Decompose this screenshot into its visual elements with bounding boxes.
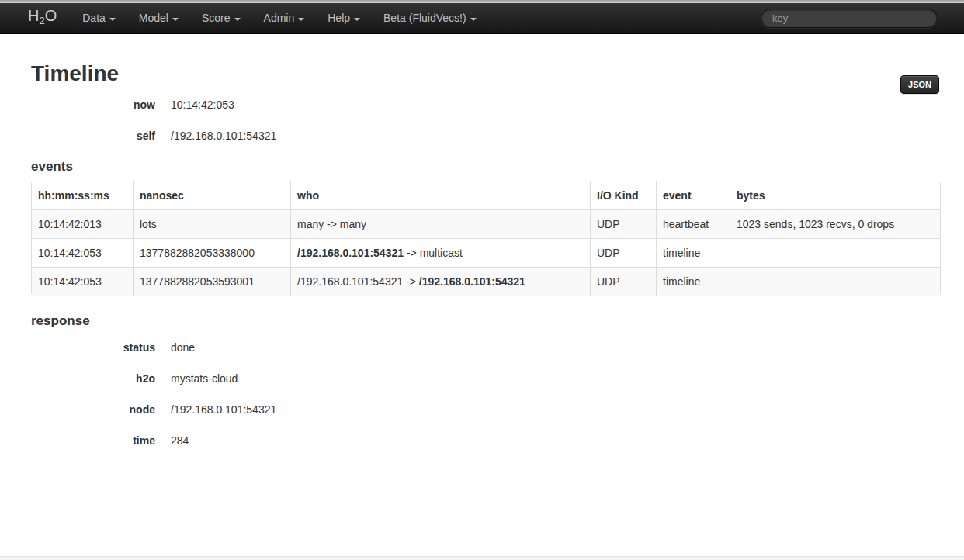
- navbar-search: [761, 9, 938, 28]
- response-value: 284: [171, 433, 189, 448]
- meta-value: 10:14:42:053: [171, 97, 234, 112]
- response-row-time: time 284: [31, 433, 939, 448]
- nav-item-beta-fluidvecs[interactable]: Beta (FluidVecs!): [372, 3, 488, 33]
- who-pre: /192.168.0.101:54321 ->: [297, 275, 419, 288]
- cell-nanosec: lots: [133, 209, 290, 238]
- column-header-nanosec: nanosec: [133, 181, 290, 209]
- who-pre: many -> many: [297, 218, 366, 230]
- navbar: H2O Data Model Score Admin Help Beta (Fl…: [0, 3, 964, 34]
- response-row-node: node /192.168.0.101:54321: [31, 402, 939, 417]
- column-header-time: hh:mm:ss:ms: [32, 181, 133, 209]
- events-table: hh:mm:ss:ms nanosec who I/O Kind event b…: [31, 181, 941, 296]
- cell-bytes: [730, 267, 940, 296]
- meta-value: /192.168.0.101:54321: [171, 128, 276, 143]
- nav-item-data[interactable]: Data: [71, 3, 127, 33]
- nav-item-admin[interactable]: Admin: [252, 3, 317, 33]
- cell-time: 10:14:42:053: [32, 267, 133, 296]
- column-header-who: who: [290, 181, 590, 209]
- cell-who: many -> many: [290, 209, 590, 238]
- nav-item-label: Beta (FluidVecs!): [383, 3, 466, 33]
- nav-item-label: Admin: [264, 3, 295, 33]
- cell-io-kind: UDP: [590, 267, 656, 296]
- column-header-event: event: [656, 181, 730, 209]
- column-header-bytes: bytes: [730, 181, 940, 209]
- navbar-menu: Data Model Score Admin Help Beta (FluidV…: [71, 3, 487, 33]
- response-label: h2o: [31, 371, 155, 386]
- meta-label: self: [31, 128, 155, 143]
- cell-event: timeline: [656, 267, 730, 296]
- cell-event: timeline: [656, 238, 730, 267]
- response-value: mystats-cloud: [171, 371, 238, 386]
- nav-item-label: Help: [328, 3, 350, 33]
- cell-nanosec: 1377882882053593001: [133, 267, 290, 296]
- cell-io-kind: UDP: [590, 209, 656, 238]
- who-bold: /192.168.0.101:54321: [297, 247, 404, 259]
- nav-item-score[interactable]: Score: [190, 3, 252, 33]
- who-bold: /192.168.0.101:54321: [419, 275, 525, 288]
- timeline-meta: now 10:14:42:053 self /192.168.0.101:543…: [31, 97, 939, 143]
- caret-down-icon: [470, 18, 477, 21]
- main-content: JSON Timeline now 10:14:42:053 self /192…: [31, 60, 939, 448]
- response-value: /192.168.0.101:54321: [171, 402, 276, 417]
- column-header-io-kind: I/O Kind: [590, 181, 656, 209]
- brand-o: O: [45, 7, 57, 24]
- caret-down-icon: [298, 18, 304, 21]
- caret-down-icon: [172, 18, 179, 21]
- caret-down-icon: [234, 18, 241, 21]
- nav-item-help[interactable]: Help: [316, 3, 372, 33]
- events-section-title: events: [31, 159, 939, 175]
- cell-bytes: 1023 sends, 1023 recvs, 0 drops: [730, 209, 940, 238]
- events-table-header-row: hh:mm:ss:ms nanosec who I/O Kind event b…: [32, 181, 940, 209]
- response-label: node: [31, 402, 155, 417]
- meta-label: now: [31, 97, 155, 112]
- table-row: 10:14:42:013 lots many -> many UDP heart…: [32, 209, 940, 238]
- response-label: time: [31, 433, 155, 448]
- meta-row-self: self /192.168.0.101:54321: [31, 128, 939, 143]
- cell-bytes: [730, 238, 940, 267]
- caret-down-icon: [109, 18, 116, 21]
- cell-who: /192.168.0.101:54321 -> multicast: [290, 238, 590, 267]
- nav-item-label: Score: [202, 3, 231, 33]
- who-post: -> multicast: [404, 247, 463, 259]
- cell-time: 10:14:42:053: [32, 238, 133, 267]
- search-input[interactable]: [761, 9, 938, 28]
- nav-item-label: Data: [82, 3, 106, 33]
- cell-io-kind: UDP: [590, 238, 656, 267]
- cell-event: heartbeat: [656, 209, 730, 238]
- cell-who: /192.168.0.101:54321 -> /192.168.0.101:5…: [290, 267, 590, 296]
- response-label: status: [31, 340, 155, 355]
- page-title: Timeline: [31, 60, 939, 88]
- window-bottom-edge: [0, 556, 964, 560]
- brand-subscript: 2: [39, 15, 44, 26]
- table-row: 10:14:42:053 1377882882053593001 /192.16…: [32, 267, 940, 296]
- nav-item-model[interactable]: Model: [127, 3, 190, 33]
- cell-nanosec: 1377882882053338000: [133, 238, 290, 267]
- response-value: done: [171, 340, 195, 355]
- meta-row-now: now 10:14:42:053: [31, 97, 939, 112]
- response-meta: status done h2o mystats-cloud node /192.…: [31, 340, 939, 448]
- caret-down-icon: [354, 18, 360, 21]
- table-row: 10:14:42:053 1377882882053338000 /192.16…: [32, 238, 940, 267]
- brand-logo[interactable]: H2O: [0, 1, 71, 36]
- response-row-status: status done: [31, 340, 939, 355]
- brand-h: H: [28, 7, 39, 24]
- response-row-h2o: h2o mystats-cloud: [31, 371, 939, 386]
- json-button[interactable]: JSON: [900, 75, 939, 94]
- nav-item-label: Model: [139, 3, 168, 33]
- cell-time: 10:14:42:013: [32, 209, 133, 238]
- response-section-title: response: [31, 313, 939, 329]
